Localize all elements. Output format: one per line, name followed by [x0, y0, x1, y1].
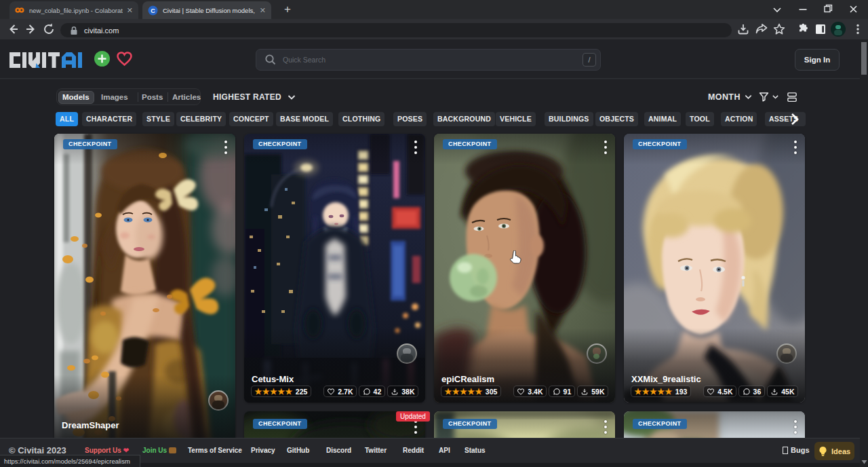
svg-text:C: C: [151, 7, 155, 14]
